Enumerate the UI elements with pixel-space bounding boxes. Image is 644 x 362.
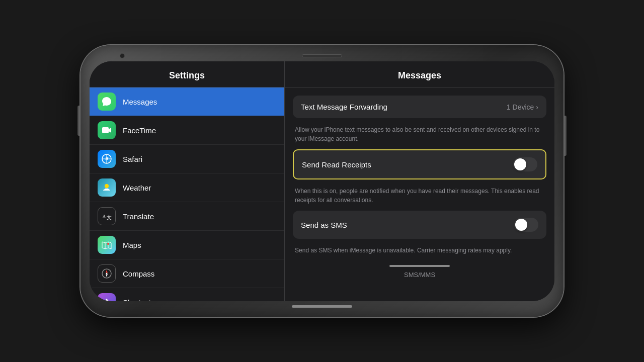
messages-panel: Messages Text Message Forwarding 1 Devic… bbox=[285, 61, 554, 301]
sidebar-item-messages[interactable]: Messages bbox=[90, 87, 284, 116]
sidebar-label-weather: Weather bbox=[123, 184, 151, 192]
settings-panel: Settings Messages bbox=[90, 61, 285, 301]
sidebar-item-compass[interactable]: Compass bbox=[90, 259, 284, 288]
messages-header: Messages bbox=[285, 61, 554, 87]
text-message-forwarding-value-container: 1 Device › bbox=[507, 103, 538, 111]
text-message-forwarding-label: Text Message Forwarding bbox=[301, 103, 387, 111]
svg-text:A: A bbox=[103, 214, 106, 219]
text-message-forwarding-row[interactable]: Text Message Forwarding 1 Device › bbox=[293, 96, 546, 118]
send-as-sms-label: Send as SMS bbox=[301, 221, 347, 229]
safari-icon bbox=[98, 150, 116, 168]
phone-device: Settings Messages bbox=[80, 45, 564, 317]
svg-rect-0 bbox=[102, 127, 109, 133]
sidebar-label-translate: Translate bbox=[123, 212, 154, 221]
send-as-sms-toggle[interactable] bbox=[514, 218, 538, 232]
send-read-receipts-toggle[interactable] bbox=[513, 157, 537, 171]
sidebar-label-safari: Safari bbox=[123, 155, 142, 163]
sidebar-item-safari[interactable]: Safari bbox=[90, 145, 284, 173]
sidebar-label-maps: Maps bbox=[123, 241, 141, 249]
sidebar-item-maps[interactable]: Maps bbox=[90, 231, 284, 259]
send-as-sms-row[interactable]: Send as SMS bbox=[293, 211, 546, 239]
sidebar-label-messages: Messages bbox=[123, 98, 157, 106]
messages-content: Text Message Forwarding 1 Device › Allow… bbox=[285, 87, 554, 301]
phone-speaker bbox=[302, 54, 342, 57]
weather-icon bbox=[98, 178, 116, 197]
sidebar-item-translate[interactable]: A 文 Translate bbox=[90, 202, 284, 231]
messages-title: Messages bbox=[295, 70, 544, 81]
shortcuts-icon bbox=[98, 293, 116, 301]
compass-icon bbox=[98, 264, 116, 283]
maps-icon bbox=[98, 236, 116, 254]
settings-list: Messages FaceTime bbox=[90, 87, 284, 301]
phone-top-bar bbox=[90, 54, 554, 57]
sidebar-label-facetime: FaceTime bbox=[123, 126, 156, 135]
text-message-forwarding-chevron: › bbox=[536, 103, 538, 111]
toggle-knob bbox=[514, 158, 526, 170]
home-indicator[interactable] bbox=[292, 305, 352, 308]
toggle-knob-sms bbox=[515, 219, 527, 231]
svg-point-7 bbox=[107, 243, 109, 245]
svg-point-4 bbox=[105, 184, 109, 188]
send-as-sms-description: Send as SMS when iMessage is unavailable… bbox=[293, 243, 546, 261]
messages-icon bbox=[98, 93, 116, 111]
sidebar-label-compass: Compass bbox=[123, 269, 154, 278]
sms-mms-label: SMS/MMS bbox=[293, 267, 546, 279]
front-camera bbox=[120, 53, 125, 58]
translate-icon: A 文 bbox=[98, 207, 116, 225]
text-message-forwarding-value: 1 Device bbox=[507, 103, 534, 111]
sidebar-item-shortcuts[interactable]: Shortcuts bbox=[90, 288, 284, 301]
phone-screen: Settings Messages bbox=[90, 61, 554, 301]
text-message-forwarding-description: Allow your iPhone text messages to also … bbox=[293, 122, 546, 149]
sidebar-item-facetime[interactable]: FaceTime bbox=[90, 116, 284, 145]
sidebar-item-weather[interactable]: Weather bbox=[90, 173, 284, 202]
send-read-receipts-label: Send Read Receipts bbox=[302, 160, 371, 169]
settings-title: Settings bbox=[100, 70, 274, 81]
phone-bottom-bar bbox=[90, 305, 554, 308]
svg-point-9 bbox=[106, 273, 108, 275]
facetime-icon bbox=[98, 121, 116, 139]
send-read-receipts-description: When this is on, people are notified whe… bbox=[293, 184, 546, 211]
settings-header: Settings bbox=[90, 61, 284, 87]
svg-text:文: 文 bbox=[107, 215, 112, 220]
sidebar-label-shortcuts: Shortcuts bbox=[123, 298, 154, 302]
send-read-receipts-row[interactable]: Send Read Receipts bbox=[293, 149, 546, 179]
